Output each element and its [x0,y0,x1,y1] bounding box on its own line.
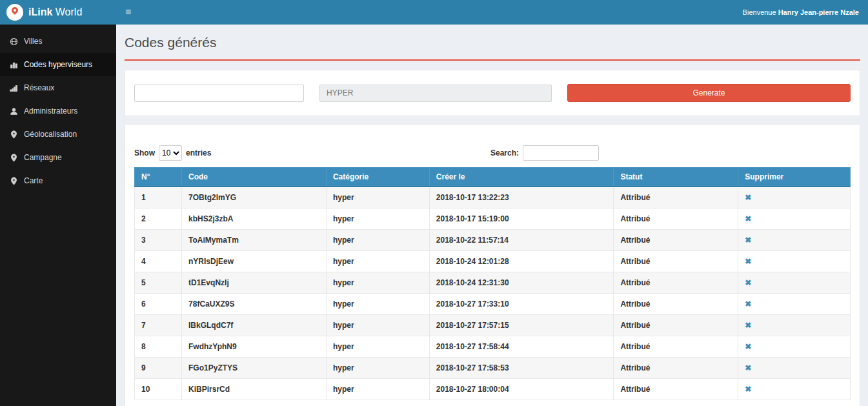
cell-created: 2018-10-24 12:31:30 [429,272,614,294]
map-marker-icon [9,130,18,139]
delete-icon[interactable]: ✖ [745,193,751,202]
search-label: Search: [490,148,519,157]
bar-chart-icon [9,60,18,69]
sidebar-item-label: Codes hyperviseurs [24,60,92,69]
delete-icon[interactable]: ✖ [745,278,751,287]
column-header-categorie[interactable]: Catégorie [326,168,429,187]
cell-n: 1 [135,187,182,208]
codes-table: N° Code Catégorie Créer le Statut Suppri… [134,167,851,400]
globe-icon [9,37,18,46]
sidebar-item-administrateurs[interactable]: Administrateurs [0,99,116,123]
cell-n: 5 [135,272,182,294]
cell-delete: ✖ [738,358,851,379]
cell-code: 7OBtg2lmYG [182,187,327,208]
delete-icon[interactable]: ✖ [745,214,751,223]
table-header-row: N° Code Catégorie Créer le Statut Suppri… [135,168,851,187]
cell-n: 7 [135,315,182,336]
cell-created: 2018-10-27 17:57:15 [429,315,614,336]
table-row: 2kbHS2j3zbAhyper2018-10-17 15:19:00Attri… [135,208,851,230]
cell-category: hyper [326,294,429,315]
sidebar-item-campagne[interactable]: Campagne [0,146,116,169]
delete-icon[interactable]: ✖ [745,257,751,266]
delete-icon[interactable]: ✖ [745,321,751,330]
brand-text: iLink World [28,6,82,18]
welcome-prefix: Bienvenue [743,8,778,16]
map-marker-icon [9,153,18,162]
cell-created: 2018-10-17 13:22:23 [429,187,614,208]
search-input[interactable] [523,145,599,161]
cell-status: Attribué [614,187,738,208]
cell-n: 8 [135,336,182,358]
cell-code: FGo1PyZTYS [182,358,327,379]
cell-category: hyper [326,336,429,358]
cell-created: 2018-10-27 17:58:53 [429,358,614,379]
welcome-name: Hanry Jean-pierre Nzale [778,8,859,16]
cell-status: Attribué [614,251,738,272]
table-row: 8FwdhzYphN9hyper2018-10-27 17:58:44Attri… [135,336,851,358]
cell-status: Attribué [614,315,738,336]
cell-delete: ✖ [738,315,851,336]
column-header-supprimer[interactable]: Supprimer [738,168,851,187]
brand-light: World [52,6,82,17]
quantity-stepper[interactable] [134,85,304,102]
column-header-creer-le[interactable]: Créer le [429,168,614,187]
codes-table-panel: Show 10 entries Search: N° [125,124,860,406]
cell-status: Attribué [614,379,738,400]
topbar-main: ≡ Bienvenue Hanry Jean-pierre Nzale [116,0,868,25]
topbar: iLink World ≡ Bienvenue Hanry Jean-pierr… [0,0,868,25]
sidebar-item-label: Réseaux [24,83,54,92]
hamburger-menu-icon[interactable]: ≡ [125,7,131,17]
entries-label: entries [186,148,211,157]
cell-category: hyper [326,379,429,400]
cell-code: ToAiMymaTm [182,230,327,251]
cell-n: 9 [135,358,182,379]
sidebar-item-reseaux[interactable]: Réseaux [0,76,116,99]
category-field[interactable] [319,85,552,102]
column-header-statut[interactable]: Statut [614,168,738,187]
delete-icon[interactable]: ✖ [745,236,751,245]
cell-status: Attribué [614,358,738,379]
sidebar-item-label: Administrateurs [24,107,77,116]
sidebar-item-villes[interactable]: Villes [0,30,116,53]
cell-delete: ✖ [738,230,851,251]
delete-icon[interactable]: ✖ [745,342,751,351]
cell-n: 4 [135,251,182,272]
sidebar-item-label: Carte [24,176,43,185]
column-header-code[interactable]: Code [182,168,327,187]
sidebar-item-geolocalisation[interactable]: Géolocalisation [0,123,116,146]
column-header-n[interactable]: N° [135,168,182,187]
sidebar-item-carte[interactable]: Carte [0,169,116,192]
page-length-select[interactable]: 10 [159,145,182,161]
cell-category: hyper [326,230,429,251]
generate-panel: Generate [125,70,860,116]
cell-code: IBkGLqdC7f [182,315,327,336]
cell-n: 3 [135,230,182,251]
cell-delete: ✖ [738,187,851,208]
search-control: Search: [490,145,599,161]
cell-delete: ✖ [738,251,851,272]
cell-status: Attribué [614,294,738,315]
sidebar-item-label: Campagne [24,153,62,162]
cell-code: FwdhzYphN9 [182,336,327,358]
main-content: Codes générés Generate Show 10 entries S… [116,25,868,406]
cell-created: 2018-10-27 18:00:04 [429,379,614,400]
app-logo [6,4,23,21]
delete-icon[interactable]: ✖ [745,385,751,394]
cell-code: KiBPirsrCd [182,379,327,400]
table-row: 10KiBPirsrCdhyper2018-10-27 18:00:04Attr… [135,379,851,400]
cell-created: 2018-10-17 15:19:00 [429,208,614,230]
delete-icon[interactable]: ✖ [745,299,751,309]
sidebar-item-label: Villes [24,37,42,46]
generate-button[interactable]: Generate [567,84,851,102]
cell-category: hyper [326,251,429,272]
sidebar-item-codes-hyperviseurs[interactable]: Codes hyperviseurs [0,53,116,76]
delete-icon[interactable]: ✖ [745,363,751,372]
table-row: 17OBtg2lmYGhyper2018-10-17 13:22:23Attri… [135,187,851,208]
cell-status: Attribué [614,272,738,294]
cell-delete: ✖ [738,379,851,400]
cell-delete: ✖ [738,208,851,230]
cell-category: hyper [326,272,429,294]
show-label: Show [134,148,155,157]
cell-status: Attribué [614,230,738,251]
cell-delete: ✖ [738,336,851,358]
